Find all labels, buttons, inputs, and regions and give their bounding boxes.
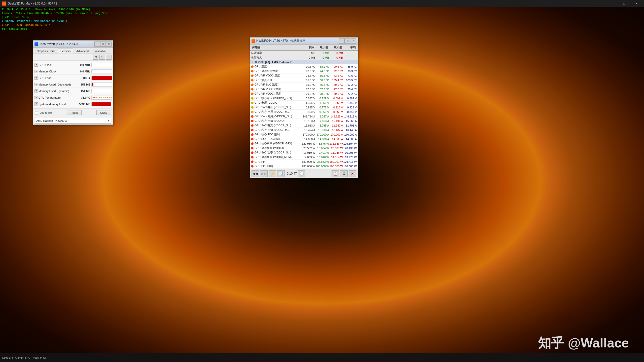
gpu-load-dropdown[interactable]: ▼ bbox=[34, 76, 38, 80]
furmark-maximize-btn[interactable]: □ bbox=[618, 0, 630, 7]
furmark-close-btn[interactable]: ✕ bbox=[630, 0, 642, 7]
hwinfo-cell-val-22: 180.000 W bbox=[301, 165, 315, 168]
sensor-val-cpu-temp: 38.0 °C bbox=[74, 96, 90, 99]
hwinfo-back-btn[interactable]: ◀◀ bbox=[252, 170, 259, 177]
sensor-type-icon-14 bbox=[251, 129, 254, 131]
hwinfo-cell-max-15: 170.000 A bbox=[329, 133, 343, 136]
hwinfo-settings-btn[interactable]: ⚙ bbox=[340, 170, 348, 177]
hwinfo-cell-avg-2: 71.6 °C bbox=[343, 74, 357, 77]
hwinfo-stop-btn[interactable]: ✕ bbox=[349, 170, 356, 177]
sensor-type-icon-0 bbox=[251, 65, 254, 68]
hwinfo-cell-max-22: 180.000 W bbox=[329, 165, 343, 168]
sensor-name-14: GPU 内存 电流 (VDDCI_M...) bbox=[255, 128, 291, 132]
hwinfo-maximize-btn[interactable]: □ bbox=[345, 38, 350, 44]
hwinfo-cell-avg-13: 11.791 A bbox=[343, 124, 357, 127]
sensor-name-22: GPU PPT 限制 bbox=[255, 164, 273, 168]
hwinfo-cell-sensor-16: GPU SOC TDC 限制 bbox=[251, 137, 301, 141]
gpu-clock-dropdown[interactable]: ▼ bbox=[34, 63, 38, 67]
reset-button[interactable]: Reset bbox=[67, 110, 82, 115]
hwinfo-cell-max-21: 180.001 W bbox=[329, 160, 343, 163]
hwinfo-title: HWiNFO64 v7.30-4870 - 传感器状态 bbox=[256, 39, 339, 43]
hwinfo-gpu-sensor-row: GPU PPT 180.000 W 36.543 W 180.001 W 179… bbox=[250, 159, 358, 164]
hwinfo-cell-min-20: 13.016 W bbox=[315, 156, 329, 159]
summary-val-2: 0 MB bbox=[301, 56, 315, 59]
hwinfo-cell-sensor-1: GPU 显存结点温度 bbox=[251, 69, 301, 73]
sensor-bar-mem-dedicated bbox=[92, 83, 93, 86]
hwinfo-gpu-sensor-row: GPU Core 电流 (VDDCR_G...) 149.724 A 8.037… bbox=[250, 114, 358, 119]
gpu-group-collapse-icon[interactable]: ▼ bbox=[251, 61, 253, 63]
gpuz-refresh-btn[interactable]: ↻ bbox=[99, 55, 105, 60]
hwinfo-cell-max-20: 14.014 W bbox=[329, 156, 343, 159]
hwinfo-sensors-btn[interactable]: ⚡ bbox=[269, 170, 276, 177]
hwinfo-cell-min-10: 0.850 V bbox=[315, 110, 329, 113]
hwinfo-gpu-sensor-row: GPU 核心电压 (VDDCR_GFX) 0.867 V 0.729 V 0.8… bbox=[250, 96, 358, 101]
furmark-line-3: [ GPU load: 99 % bbox=[2, 15, 107, 19]
hwinfo-cell-sensor-6: GPU VR VDDCI 温度 bbox=[251, 92, 301, 96]
hwinfo-cell-max-14: 16.487 A bbox=[329, 129, 343, 132]
hwinfo-minimize-btn[interactable]: — bbox=[339, 38, 345, 44]
hwinfo-gpu-group-header[interactable]: ▼ GPU [#0]: AMD Radeon R... bbox=[250, 60, 358, 64]
gpuz-menu-btn[interactable]: ≡ bbox=[106, 55, 112, 60]
hwinfo-cell-min-14: 15.313 A bbox=[315, 129, 329, 132]
hwinfo-cell-avg-11: 148.918 A bbox=[343, 115, 357, 118]
hwinfo-cell-val-21: 180.000 W bbox=[301, 160, 315, 163]
hwinfo-cell-sensor-11: GPU Core 电流 (VDDCR_G...) bbox=[251, 114, 301, 118]
sensor-type-icon-11 bbox=[251, 115, 254, 118]
hwinfo-cell-avg-18: 20.436 W bbox=[343, 147, 357, 150]
hwinfo-cell-max-3: 105.4 °C bbox=[329, 79, 343, 82]
sensor-name-20: GPU 显存功率 (VDDCI_MEM) bbox=[255, 155, 292, 159]
hwinfo-cell-min-16: 14.000 A bbox=[315, 138, 329, 141]
gpu-group-sensor: ▼ GPU [#0]: AMD Radeon R... bbox=[251, 61, 301, 64]
gpuz-screenshot-btn[interactable]: ⊞ bbox=[93, 55, 98, 60]
summary-max-1: 0 MB bbox=[329, 52, 343, 55]
hwinfo-cell-val-7: 0.867 V bbox=[301, 97, 315, 100]
hwinfo-chart-btn[interactable]: 📊 bbox=[277, 170, 285, 177]
memory-clock-dropdown[interactable]: ▼ bbox=[34, 70, 38, 73]
hwinfo-forward-btn[interactable]: ▶▶ bbox=[260, 170, 268, 177]
gpuz-minimize-btn[interactable]: — bbox=[94, 42, 100, 47]
hwinfo-cell-val-5: 77.0 °C bbox=[301, 88, 315, 91]
hwinfo-cell-val-4: 69.0 °C bbox=[301, 83, 315, 86]
sensor-bar-gpu-load bbox=[92, 76, 112, 80]
furmark-titlebar: Geeks3D FurMark v1.35.0.0 - 96FPS — □ ✕ bbox=[0, 0, 644, 7]
sensor-type-icon-20 bbox=[251, 156, 254, 158]
sensor-type-icon-9 bbox=[251, 106, 254, 109]
hwinfo-cell-val-17: 129.936 W bbox=[301, 142, 315, 145]
hwinfo-cell-sensor-7: GPU 核心电压 (VDDCR_GFX) bbox=[251, 96, 301, 100]
hwinfo-cell-max-18: 20.603 W bbox=[329, 147, 343, 150]
furmark-minimize-btn[interactable]: — bbox=[606, 0, 618, 7]
hwinfo-cell-min-3: 68.3 °C bbox=[315, 79, 329, 82]
hwinfo-cell-val-14: 16.474 A bbox=[301, 129, 315, 132]
hwinfo-copy-btn[interactable]: 📋 bbox=[332, 170, 339, 177]
mem-dedicated-dropdown[interactable]: ▼ bbox=[34, 83, 38, 86]
gpu-select-box[interactable]: AMD Radeon RX 5700 XT ▼ bbox=[35, 118, 111, 124]
watermark: 知乎 @Wallace bbox=[538, 334, 629, 352]
hwinfo-gpu-sensor-row: GPU SoC 电流 (VDDCR_S...) 11.913 A 3.085 A… bbox=[250, 123, 358, 128]
hwinfo-close-btn[interactable]: ✕ bbox=[351, 38, 356, 44]
taskbar: GPU 1: 8° C (min: 8° C - max: 8° C) bbox=[0, 353, 644, 362]
sensor-name-gpu-load: ▼ GPU Load bbox=[34, 76, 73, 80]
hwinfo-cell-sensor-0: GPU 温度 bbox=[251, 65, 301, 68]
sensor-bar-container-cpu-temp bbox=[91, 96, 112, 100]
tab-sensors[interactable]: Sensors bbox=[58, 49, 73, 54]
sys-mem-dropdown[interactable]: ▼ bbox=[34, 102, 38, 106]
gpuz-tabs: Graphics Card Sensors Advanced Validatio… bbox=[33, 48, 113, 54]
cpu-temp-dropdown[interactable]: ▼ bbox=[34, 96, 38, 99]
tab-advanced[interactable]: Advanced bbox=[74, 49, 91, 54]
tab-validation[interactable]: Validation bbox=[92, 49, 109, 54]
sensor-name-18: GPU 显存功率 (VDDIO) bbox=[255, 146, 284, 150]
gpuz-close-btn[interactable]: ✕ bbox=[106, 42, 112, 47]
sensor-type-icon-21 bbox=[251, 160, 254, 163]
mem-dynamic-dropdown[interactable]: ▼ bbox=[34, 89, 38, 93]
sensor-bar-container-gpu-clock bbox=[91, 63, 112, 67]
sensor-type-icon-8 bbox=[251, 102, 254, 104]
hwinfo-cell-avg-4: 67.2 °C bbox=[343, 83, 357, 86]
gpuz-maximize-btn[interactable]: □ bbox=[100, 42, 106, 47]
sensor-bar-container-gpu-load bbox=[91, 76, 112, 80]
sensor-name-3: GPU 热点温度 bbox=[255, 78, 272, 82]
sensor-val-mem-dedicated: 555 MB bbox=[74, 83, 90, 86]
tab-graphics-card[interactable]: Graphics Card bbox=[34, 49, 57, 54]
close-button[interactable]: Close bbox=[96, 110, 111, 115]
hwinfo-cell-min-13: 3.085 A bbox=[315, 124, 329, 127]
log-to-file-checkbox[interactable] bbox=[35, 111, 38, 114]
